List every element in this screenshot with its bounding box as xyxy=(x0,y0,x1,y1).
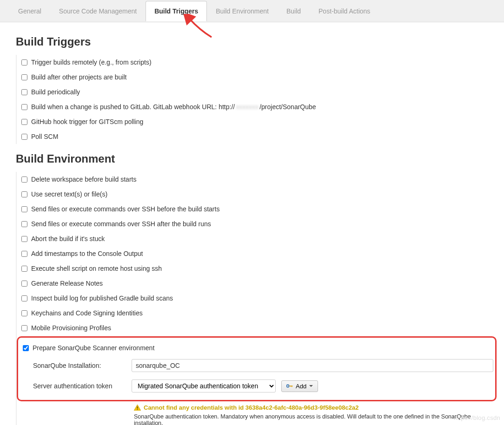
env-remote-shell-row[interactable]: Execute shell script on remote host usin… xyxy=(17,261,497,276)
trigger-remote-checkbox[interactable] xyxy=(21,59,27,65)
trigger-after-other-checkbox[interactable] xyxy=(21,74,27,80)
add-credentials-button[interactable]: Add xyxy=(281,380,318,392)
sonar-installation-row: SonarQube Installation: xyxy=(20,355,493,376)
env-gradle-scan-label: Inspect build log for published Gradle b… xyxy=(31,294,173,302)
svg-rect-4 xyxy=(137,406,138,409)
caret-down-icon xyxy=(309,385,313,387)
sonarqube-highlight-box: Prepare SonarQube Scanner environment So… xyxy=(17,336,497,401)
env-release-notes-row[interactable]: Generate Release Notes xyxy=(17,276,497,291)
env-mobile-prov-label: Mobile Provisioning Profiles xyxy=(31,324,111,332)
trigger-gitlab-label: Build when a change is pushed to GitLab.… xyxy=(31,103,316,111)
env-abort-stuck-label: Abort the build if it's stuck xyxy=(31,235,105,242)
svg-rect-5 xyxy=(137,409,138,410)
sonar-warning-text: Cannot find any credentials with id 3638… xyxy=(144,404,358,411)
env-keychains-row[interactable]: Keychains and Code Signing Identities xyxy=(17,306,497,320)
env-abort-stuck-checkbox[interactable] xyxy=(21,236,27,242)
env-keychains-checkbox[interactable] xyxy=(21,310,27,316)
env-remote-shell-checkbox[interactable] xyxy=(21,266,27,272)
key-icon xyxy=(286,384,293,388)
svg-rect-2 xyxy=(292,386,292,387)
env-timestamps-label: Add timestamps to the Console Output xyxy=(31,250,143,257)
env-secret-row[interactable]: Use secret text(s) or file(s) xyxy=(17,187,497,202)
env-mobile-prov-checkbox[interactable] xyxy=(21,325,27,331)
env-ssh-before-row[interactable]: Send files or execute commands over SSH … xyxy=(17,202,497,216)
env-remote-shell-label: Execute shell script on remote host usin… xyxy=(31,265,162,272)
tab-build-environment[interactable]: Build Environment xyxy=(207,1,278,21)
sonar-installation-input[interactable] xyxy=(132,359,493,372)
env-secret-label: Use secret text(s) or file(s) xyxy=(31,190,107,198)
tab-general[interactable]: General xyxy=(9,1,50,21)
env-gradle-scan-row[interactable]: Inspect build log for published Gradle b… xyxy=(17,291,497,306)
tab-build-triggers[interactable]: Build Triggers xyxy=(146,1,207,21)
env-gradle-scan-checkbox[interactable] xyxy=(21,295,27,301)
section-title-build-triggers: Build Triggers xyxy=(16,35,497,48)
trigger-github-scm-row[interactable]: GitHub hook trigger for GITScm polling xyxy=(17,114,497,129)
env-ssh-after-checkbox[interactable] xyxy=(21,221,27,227)
trigger-gitlab-row[interactable]: Build when a change is pushed to GitLab.… xyxy=(17,99,497,114)
gitlab-url-suffix: /project/SonarQube xyxy=(259,103,316,111)
build-environment-section: Delete workspace before build starts Use… xyxy=(16,172,497,425)
trigger-periodic-checkbox[interactable] xyxy=(21,89,27,95)
sonar-warning-row: Cannot find any credentials with id 3638… xyxy=(17,402,497,412)
trigger-github-scm-label: GitHub hook trigger for GITScm polling xyxy=(31,118,143,125)
trigger-periodic-label: Build periodically xyxy=(31,88,80,96)
trigger-github-scm-checkbox[interactable] xyxy=(21,119,27,125)
sonar-help-text: SonarQube authentication token. Mandator… xyxy=(17,412,497,425)
tab-build[interactable]: Build xyxy=(278,1,310,21)
env-prepare-sonar-label: Prepare SonarQube Scanner environment xyxy=(33,344,154,352)
trigger-after-other-label: Build after other projects are built xyxy=(31,73,126,81)
env-release-notes-label: Generate Release Notes xyxy=(31,280,103,287)
tab-post-build-actions[interactable]: Post-build Actions xyxy=(310,1,379,21)
env-ssh-before-label: Send files or execute commands over SSH … xyxy=(31,205,219,213)
config-tabs: General Source Code Management Build Tri… xyxy=(0,0,504,22)
gitlab-url-hidden: xxxxxxx xyxy=(235,103,259,111)
env-delete-ws-row[interactable]: Delete workspace before build starts xyxy=(17,172,497,187)
env-keychains-label: Keychains and Code Signing Identities xyxy=(31,309,143,317)
env-timestamps-row[interactable]: Add timestamps to the Console Output xyxy=(17,246,497,261)
env-delete-ws-label: Delete workspace before build starts xyxy=(31,176,136,183)
sonar-installation-label: SonarQube Installation: xyxy=(33,362,126,369)
env-prepare-sonar-checkbox[interactable] xyxy=(23,345,29,351)
trigger-periodic-row[interactable]: Build periodically xyxy=(17,85,497,99)
build-triggers-section: Trigger builds remotely (e.g., from scri… xyxy=(16,55,497,144)
sonar-token-select[interactable]: Migrated SonarQube authentication token xyxy=(132,379,276,392)
env-timestamps-checkbox[interactable] xyxy=(21,251,27,257)
svg-rect-3 xyxy=(291,386,291,386)
section-title-build-environment: Build Environment xyxy=(16,152,497,165)
env-abort-stuck-row[interactable]: Abort the build if it's stuck xyxy=(17,231,497,246)
env-prepare-sonar-row[interactable]: Prepare SonarQube Scanner environment xyxy=(20,340,493,355)
trigger-poll-scm-checkbox[interactable] xyxy=(21,134,27,140)
trigger-poll-scm-row[interactable]: Poll SCM xyxy=(17,129,497,144)
env-ssh-after-label: Send files or execute commands over SSH … xyxy=(31,220,211,228)
env-ssh-after-row[interactable]: Send files or execute commands over SSH … xyxy=(17,216,497,231)
env-secret-checkbox[interactable] xyxy=(21,191,27,197)
gitlab-url-prefix: Build when a change is pushed to GitLab.… xyxy=(31,103,235,111)
env-delete-ws-checkbox[interactable] xyxy=(21,177,27,183)
trigger-poll-scm-label: Poll SCM xyxy=(31,133,58,140)
env-release-notes-checkbox[interactable] xyxy=(21,281,27,287)
env-ssh-before-checkbox[interactable] xyxy=(21,206,27,212)
sonar-token-label: Server authentication token xyxy=(33,382,126,390)
add-button-label: Add xyxy=(296,383,306,390)
config-content: Build Triggers Trigger builds remotely (… xyxy=(0,22,504,425)
env-mobile-prov-row[interactable]: Mobile Provisioning Profiles xyxy=(17,320,497,335)
trigger-remote-label: Trigger builds remotely (e.g., from scri… xyxy=(31,59,152,66)
warning-icon xyxy=(134,405,141,411)
tab-scm[interactable]: Source Code Management xyxy=(50,1,146,21)
svg-point-0 xyxy=(286,385,289,387)
trigger-gitlab-checkbox[interactable] xyxy=(21,104,27,110)
trigger-remote-row[interactable]: Trigger builds remotely (e.g., from scri… xyxy=(17,55,497,70)
sonar-token-row: Server authentication token Migrated Son… xyxy=(20,376,493,396)
trigger-after-other-row[interactable]: Build after other projects are built xyxy=(17,70,497,85)
